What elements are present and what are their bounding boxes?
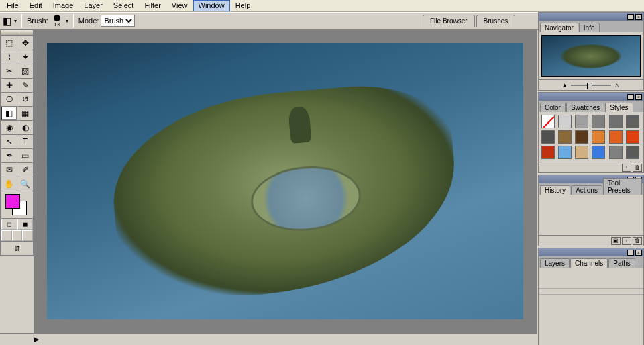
menu-filter[interactable]: Filter — [139, 0, 166, 11]
style-swatch[interactable] — [558, 115, 572, 128]
tool-presets-tab[interactable]: Tool Presets — [603, 178, 642, 195]
trash-icon[interactable]: 🗑 — [633, 237, 642, 245]
style-swatch[interactable] — [609, 130, 623, 144]
new-style-icon[interactable]: ▫ — [622, 164, 631, 172]
color-swatches[interactable] — [1, 191, 33, 218]
actions-tab[interactable]: Actions — [571, 185, 602, 195]
styles-tab[interactable]: Styles — [605, 103, 633, 112]
history-brush-tool[interactable]: ↺ — [17, 93, 33, 106]
healing-tool[interactable]: ✚ — [1, 79, 17, 92]
close-icon[interactable]: × — [635, 94, 642, 100]
trash-icon[interactable]: 🗑 — [633, 164, 642, 172]
style-swatch[interactable] — [609, 146, 623, 159]
style-swatch[interactable] — [575, 146, 588, 159]
info-tab[interactable]: Info — [579, 23, 600, 32]
navigator-thumbnail[interactable] — [541, 35, 641, 77]
mode-select[interactable]: Brush — [101, 15, 135, 27]
blur-tool[interactable]: ◉ — [1, 121, 17, 134]
zoom-out-icon[interactable]: ▴ — [563, 81, 567, 89]
palette-well: File Browser Brushes — [423, 13, 515, 28]
menu-file[interactable]: File — [1, 0, 24, 11]
menu-layer[interactable]: Layer — [78, 0, 108, 11]
type-tool[interactable]: T — [17, 135, 33, 148]
lasso-tool[interactable]: ⌇ — [1, 50, 17, 64]
style-swatch[interactable] — [575, 130, 588, 144]
menu-image[interactable]: Image — [48, 0, 79, 11]
notes-tool[interactable]: ✉ — [1, 163, 17, 177]
brush-tool[interactable]: ✎ — [17, 79, 33, 92]
magic-wand-tool[interactable]: ✦ — [17, 50, 33, 64]
pen-tool[interactable]: ✒ — [1, 149, 17, 162]
eraser-tool[interactable]: ◧ — [1, 107, 17, 120]
eyedropper-tool[interactable]: ✐ — [17, 163, 33, 177]
zoom-in-icon[interactable]: ▵ — [615, 81, 619, 89]
close-icon[interactable]: × — [635, 250, 642, 256]
eraser-tool-icon: ◧ — [3, 15, 11, 26]
screen-mode-3[interactable] — [22, 230, 33, 241]
menu-edit[interactable]: Edit — [24, 0, 48, 11]
hand-tool[interactable]: ✋ — [1, 177, 17, 191]
jump-to-button[interactable]: ⇵ — [1, 242, 33, 255]
minimize-icon[interactable]: _ — [627, 250, 634, 256]
gradient-tool[interactable]: ▦ — [17, 107, 33, 120]
navigator-tab[interactable]: Navigator — [540, 23, 578, 32]
close-icon[interactable]: × — [635, 14, 642, 20]
style-swatch[interactable] — [626, 130, 639, 144]
style-swatch[interactable] — [558, 130, 572, 144]
quickmask-mode-button[interactable]: ◼ — [17, 219, 34, 230]
screen-mode-1[interactable] — [1, 230, 12, 241]
style-swatch[interactable] — [558, 146, 572, 159]
toolbox: ⬚ ✥ ⌇ ✦ ✂ ▨ ✚ ✎ ⎔ ↺ ◧ ▦ ◉ ◐ ↖ T ✒ ▭ ✉ ✐ … — [0, 30, 34, 256]
color-tab[interactable]: Color — [540, 103, 566, 112]
doc-info[interactable]: ▶ — [34, 335, 39, 344]
style-swatch[interactable] — [592, 146, 605, 159]
minimize-icon[interactable]: _ — [627, 94, 634, 100]
menu-help[interactable]: Help — [230, 0, 256, 11]
style-swatch[interactable] — [609, 115, 623, 128]
stamp-tool[interactable]: ⎔ — [1, 93, 17, 106]
minimize-icon[interactable]: _ — [627, 14, 634, 20]
brushes-tab[interactable]: Brushes — [476, 15, 516, 27]
channels-tab[interactable]: Channels — [570, 258, 608, 268]
toolbox-drag-handle[interactable] — [1, 30, 33, 36]
canvas-area[interactable] — [34, 30, 537, 333]
styles-panel: _× Color Swatches Styles ▫ 🗑 — [538, 92, 644, 173]
marquee-tool[interactable]: ⬚ — [1, 36, 17, 50]
panels-column: _× Navigator Info ▴ ▵ _× Color Swatches … — [538, 12, 644, 345]
screen-mode-2[interactable] — [12, 230, 23, 241]
mode-label: Mode: — [78, 17, 99, 25]
style-swatch[interactable] — [592, 115, 605, 128]
document-image[interactable] — [47, 43, 523, 319]
standard-mode-button[interactable]: ◻ — [1, 219, 17, 230]
style-swatch[interactable] — [592, 130, 605, 144]
layers-tab[interactable]: Layers — [540, 258, 570, 268]
history-tab[interactable]: History — [540, 185, 570, 195]
new-snapshot-icon[interactable]: ▣ — [611, 237, 621, 245]
new-doc-icon[interactable]: ▫ — [622, 237, 631, 245]
slice-tool[interactable]: ▨ — [17, 64, 33, 78]
svg-line-0 — [543, 117, 554, 128]
menu-view[interactable]: View — [166, 0, 193, 11]
zoom-tool[interactable]: 🔍 — [17, 177, 33, 191]
path-select-tool[interactable]: ↖ — [1, 135, 17, 148]
style-swatch[interactable] — [575, 115, 588, 128]
menu-select[interactable]: Select — [108, 0, 140, 11]
status-bar: ▶ — [0, 333, 537, 345]
brush-preset-picker[interactable]: 13 — [50, 14, 64, 28]
shape-tool[interactable]: ▭ — [17, 149, 33, 162]
style-swatch[interactable] — [541, 146, 555, 159]
menu-window[interactable]: Window — [193, 0, 230, 11]
navigator-panel: _× Navigator Info ▴ ▵ — [538, 12, 644, 91]
style-swatch[interactable] — [541, 130, 555, 144]
dodge-tool[interactable]: ◐ — [17, 121, 33, 134]
style-swatch[interactable] — [626, 115, 639, 128]
file-browser-tab[interactable]: File Browser — [423, 15, 475, 27]
style-swatch[interactable] — [541, 115, 555, 128]
swatches-tab[interactable]: Swatches — [566, 103, 604, 112]
style-swatch[interactable] — [626, 146, 639, 159]
move-tool[interactable]: ✥ — [17, 36, 33, 50]
foreground-color[interactable] — [5, 194, 20, 209]
crop-tool[interactable]: ✂ — [1, 64, 17, 78]
zoom-slider[interactable] — [571, 85, 611, 86]
paths-tab[interactable]: Paths — [608, 258, 635, 268]
